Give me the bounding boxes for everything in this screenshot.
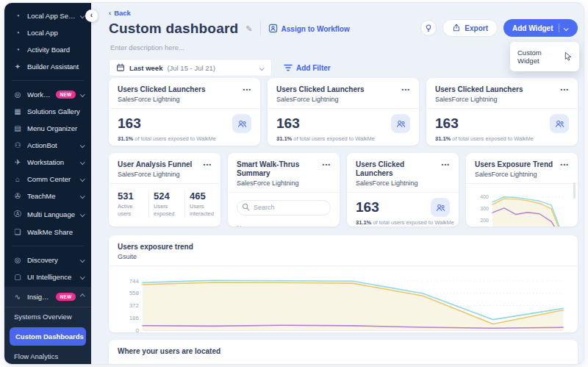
- more-menu-icon[interactable]: •••: [561, 85, 569, 93]
- translate-icon: Ⓐ: [13, 209, 22, 219]
- users-badge: [550, 114, 569, 133]
- sidebar-item-systems-overview[interactable]: Systems Overview: [4, 307, 91, 326]
- mini-line-chart: 400300200: [475, 189, 569, 227]
- sidebar-item-solutions-gallery[interactable]: ▦Solutions Gallery: [4, 103, 91, 120]
- insights-icon: ∿: [13, 293, 22, 301]
- sidebar-item-teachme[interactable]: ✇TeachMe: [4, 188, 91, 204]
- back-chevron-icon: ‹: [109, 9, 111, 17]
- export-icon: [452, 24, 461, 32]
- add-widget-button[interactable]: Add Widget: [503, 19, 578, 37]
- chevron-down-icon: [259, 65, 264, 70]
- add-widget-menu: Custom Widget: [510, 42, 579, 71]
- hub-icon: ⌂: [13, 175, 22, 183]
- funnel-stat: 531Active users: [118, 190, 149, 218]
- search-icon: [242, 203, 250, 211]
- chevron-down-icon: [80, 257, 85, 262]
- divider: [260, 21, 261, 36]
- date-range-select[interactable]: Last week (Jul 15 - Jul 21): [109, 59, 272, 76]
- assign-to-workflow-button[interactable]: Assign to Workflow: [268, 24, 350, 35]
- chevron-up-icon: [80, 294, 85, 299]
- svg-text:400: 400: [480, 194, 489, 199]
- chevron-down-icon: [80, 160, 85, 164]
- sidebar-item-ui-intelligence[interactable]: ▢UI Intelligence: [4, 268, 91, 285]
- sidebar-collapse-button[interactable]: ‹: [85, 10, 98, 22]
- more-menu-icon[interactable]: •••: [323, 160, 331, 168]
- ui-icon: ▢: [13, 273, 22, 281]
- divider: [268, 108, 419, 109]
- widget-users-clicked-launchers-2: Users Clicked LaunchersSalesForce Lightn…: [268, 78, 419, 146]
- sidebar-item-local-app-secure[interactable]: ◔Local App Secure: [4, 7, 91, 24]
- svg-text:186: 186: [129, 315, 140, 321]
- sidebar-item-actionbot[interactable]: ⚇ActionBot: [4, 137, 91, 154]
- sidebar-item-comm-center[interactable]: ⌂Comm Center: [4, 171, 91, 188]
- divider: [426, 108, 578, 109]
- more-menu-icon[interactable]: •••: [243, 85, 251, 93]
- share-icon: ❏: [13, 228, 22, 236]
- add-filter-button[interactable]: Add Filter: [284, 64, 331, 72]
- sidebar-divider: [12, 246, 84, 246]
- svg-text:558: 558: [129, 290, 140, 296]
- search-input[interactable]: [237, 200, 331, 215]
- sidebar-item-workstation[interactable]: ✈Workstation: [4, 154, 91, 171]
- menu-item-custom-widget[interactable]: Custom Widget: [517, 49, 563, 65]
- widget-smart-walkthrus-summary: Smart Walk-Thrus SummarySalesForce Light…: [228, 153, 340, 227]
- widget-users-exposure-trend-large: Users exposure trendGsuite 7445583721860…: [109, 235, 578, 332]
- sidebar-item-activity-board[interactable]: ◔Activity Board: [4, 41, 91, 58]
- wand-icon: ✦: [13, 63, 22, 71]
- sidebar-item-local-app[interactable]: ◔Local App: [4, 24, 91, 41]
- more-menu-icon[interactable]: •••: [204, 160, 212, 168]
- export-button[interactable]: Export: [442, 19, 498, 37]
- divider: [109, 108, 260, 109]
- new-badge: NEW: [56, 90, 75, 99]
- users-badge: [431, 198, 450, 217]
- more-menu-icon[interactable]: •••: [442, 160, 450, 168]
- widget-users-clicked-launchers-4: Users Clicked LaunchersSalesForce Lightn…: [347, 153, 459, 227]
- divider: [109, 183, 220, 184]
- people-icon: [237, 118, 248, 129]
- chevron-down-icon: [80, 177, 85, 181]
- sidebar-item-multi-language[interactable]: ⒶMulti Language: [4, 204, 91, 224]
- back-link[interactable]: ‹ Back: [109, 9, 131, 17]
- divider: [347, 192, 459, 193]
- sidebar-item-flow-analytics[interactable]: Flow Analytics: [4, 347, 91, 364]
- people-icon: [554, 118, 565, 129]
- sidebar-item-discovery[interactable]: ◎Discovery: [4, 252, 91, 268]
- cursor-icon: [564, 51, 572, 61]
- widget-users-located: Where your users are located: [109, 340, 578, 364]
- svg-text:744: 744: [129, 278, 140, 285]
- divider: [559, 24, 559, 32]
- widget-users-clicked-launchers-1: Users Clicked LaunchersSalesForce Lightn…: [109, 78, 260, 146]
- search-box: [237, 199, 331, 215]
- funnel-stat: 465Users interacted: [190, 190, 216, 218]
- more-menu-icon[interactable]: •••: [561, 160, 569, 168]
- scrollbar[interactable]: [573, 182, 576, 199]
- svg-text:300: 300: [480, 206, 489, 211]
- lightbulb-icon: [424, 24, 433, 32]
- sidebar-item-walkme-share[interactable]: ❏WalkMe Share: [4, 224, 91, 240]
- divider: [466, 183, 578, 184]
- back-label: Back: [114, 9, 131, 17]
- divider: [228, 192, 340, 193]
- sidebar-item-insights[interactable]: ∿InsightsNEW: [4, 287, 91, 307]
- calendar-icon: [116, 63, 125, 72]
- chevron-down-icon: [80, 212, 85, 216]
- sidebar-item-builder-assistant[interactable]: ✦Builder Assistant: [4, 58, 91, 75]
- bulb-icon: ◎: [13, 256, 22, 264]
- sidebar-item-custom-dashboards[interactable]: Custom Dashboards: [10, 327, 86, 346]
- more-menu-icon[interactable]: •••: [402, 85, 410, 93]
- sidebar: ◔Local App Secure◔Local App◔Activity Boa…: [4, 3, 91, 364]
- edit-title-icon[interactable]: ✎: [245, 24, 252, 34]
- gauge-icon: ◔: [13, 29, 22, 37]
- gallery-icon: ▦: [13, 107, 22, 115]
- sidebar-item-menu-organizer[interactable]: ▤Menu Organizer: [4, 120, 91, 137]
- users-badge: [232, 114, 251, 133]
- funnel-stat: 524Users exposed: [154, 190, 185, 218]
- gauge-icon: ◔: [13, 12, 22, 20]
- title-row: Custom dashboard ✎ Assign to Workflow: [109, 19, 350, 38]
- menu-icon: ▤: [13, 124, 22, 132]
- sidebar-item-workflows[interactable]: ◎WorkflowsNEW: [4, 86, 91, 103]
- people-icon: [435, 202, 446, 213]
- dashboard-description-input[interactable]: [109, 43, 256, 52]
- app-window: ◔Local App Secure◔Local App◔Activity Boa…: [4, 3, 584, 364]
- help-bulb-button[interactable]: [420, 20, 437, 36]
